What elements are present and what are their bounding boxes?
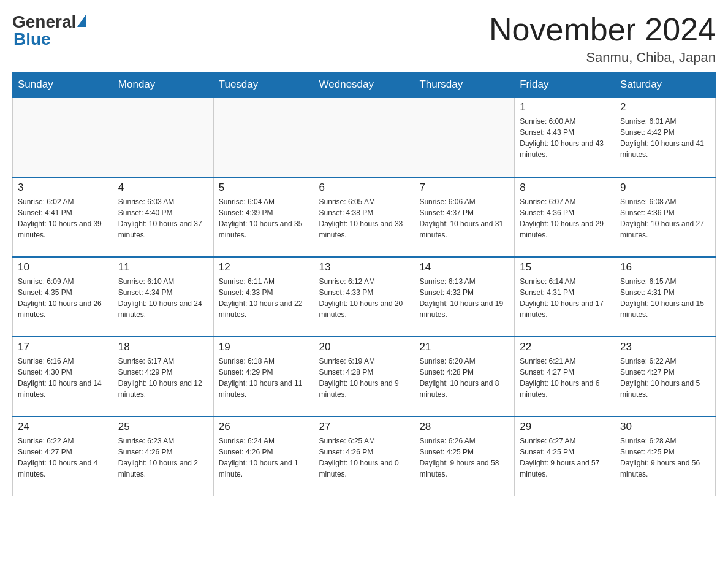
day-cell: 15Sunrise: 6:14 AMSunset: 4:31 PMDayligh…	[515, 257, 615, 337]
location: Sanmu, Chiba, Japan	[489, 50, 716, 66]
day-number: 27	[319, 421, 409, 433]
day-number: 4	[118, 182, 208, 194]
day-info: Sunrise: 6:09 AMSunset: 4:35 PMDaylight:…	[18, 276, 108, 320]
day-number: 25	[118, 421, 208, 433]
day-info: Sunrise: 6:17 AMSunset: 4:29 PMDaylight:…	[118, 356, 208, 400]
day-number: 19	[219, 341, 309, 353]
day-cell: 30Sunrise: 6:28 AMSunset: 4:25 PMDayligh…	[615, 416, 716, 496]
day-cell: 10Sunrise: 6:09 AMSunset: 4:35 PMDayligh…	[13, 257, 113, 337]
day-cell: 28Sunrise: 6:26 AMSunset: 4:25 PMDayligh…	[414, 416, 515, 496]
day-cell: 29Sunrise: 6:27 AMSunset: 4:25 PMDayligh…	[515, 416, 615, 496]
day-info: Sunrise: 6:24 AMSunset: 4:26 PMDaylight:…	[219, 435, 309, 480]
day-cell: 5Sunrise: 6:04 AMSunset: 4:39 PMDaylight…	[213, 177, 314, 257]
weekday-monday: Monday	[113, 72, 213, 98]
day-info: Sunrise: 6:05 AMSunset: 4:38 PMDaylight:…	[319, 196, 409, 240]
day-number: 10	[18, 261, 108, 274]
calendar-table: SundayMondayTuesdayWednesdayThursdayFrid…	[12, 72, 716, 496]
day-cell: 4Sunrise: 6:03 AMSunset: 4:40 PMDaylight…	[113, 177, 213, 257]
day-number: 18	[118, 341, 208, 353]
day-info: Sunrise: 6:22 AMSunset: 4:27 PMDaylight:…	[18, 435, 108, 480]
day-cell	[113, 98, 213, 177]
weekday-sunday: Sunday	[13, 72, 113, 98]
weekday-wednesday: Wednesday	[314, 72, 414, 98]
week-row-5: 24Sunrise: 6:22 AMSunset: 4:27 PMDayligh…	[13, 416, 716, 496]
day-cell: 22Sunrise: 6:21 AMSunset: 4:27 PMDayligh…	[515, 337, 615, 416]
weekday-saturday: Saturday	[615, 72, 716, 98]
day-info: Sunrise: 6:12 AMSunset: 4:33 PMDaylight:…	[319, 276, 409, 320]
day-cell: 3Sunrise: 6:02 AMSunset: 4:41 PMDaylight…	[13, 177, 113, 257]
day-cell: 27Sunrise: 6:25 AMSunset: 4:26 PMDayligh…	[314, 416, 414, 496]
day-number: 2	[620, 101, 710, 113]
day-info: Sunrise: 6:11 AMSunset: 4:33 PMDaylight:…	[219, 276, 309, 320]
day-info: Sunrise: 6:14 AMSunset: 4:31 PMDaylight:…	[520, 276, 610, 320]
title-section: November 2024 Sanmu, Chiba, Japan	[489, 12, 716, 66]
logo: General Blue	[12, 12, 87, 49]
day-info: Sunrise: 6:23 AMSunset: 4:26 PMDaylight:…	[118, 435, 208, 480]
day-info: Sunrise: 6:18 AMSunset: 4:29 PMDaylight:…	[219, 356, 309, 400]
month-title: November 2024	[489, 12, 716, 47]
weekday-tuesday: Tuesday	[213, 72, 314, 98]
day-cell: 20Sunrise: 6:19 AMSunset: 4:28 PMDayligh…	[314, 337, 414, 416]
day-info: Sunrise: 6:19 AMSunset: 4:28 PMDaylight:…	[319, 356, 409, 400]
day-cell: 25Sunrise: 6:23 AMSunset: 4:26 PMDayligh…	[113, 416, 213, 496]
day-cell: 2Sunrise: 6:01 AMSunset: 4:42 PMDaylight…	[615, 98, 716, 177]
day-number: 23	[620, 341, 710, 353]
weekday-header-row: SundayMondayTuesdayWednesdayThursdayFrid…	[13, 72, 716, 98]
week-row-4: 17Sunrise: 6:16 AMSunset: 4:30 PMDayligh…	[13, 337, 716, 416]
day-number: 9	[620, 182, 710, 194]
day-info: Sunrise: 6:07 AMSunset: 4:36 PMDaylight:…	[520, 196, 610, 240]
day-info: Sunrise: 6:27 AMSunset: 4:25 PMDaylight:…	[520, 435, 610, 480]
day-number: 20	[319, 341, 409, 353]
day-info: Sunrise: 6:25 AMSunset: 4:26 PMDaylight:…	[319, 435, 409, 480]
weekday-friday: Friday	[515, 72, 615, 98]
day-info: Sunrise: 6:00 AMSunset: 4:43 PMDaylight:…	[520, 116, 610, 160]
logo-triangle-icon	[77, 15, 86, 27]
day-cell	[414, 98, 515, 177]
day-cell: 11Sunrise: 6:10 AMSunset: 4:34 PMDayligh…	[113, 257, 213, 337]
day-number: 30	[620, 421, 710, 433]
day-number: 15	[520, 261, 610, 274]
day-number: 6	[319, 182, 409, 194]
week-row-1: 1Sunrise: 6:00 AMSunset: 4:43 PMDaylight…	[13, 98, 716, 177]
day-cell: 21Sunrise: 6:20 AMSunset: 4:28 PMDayligh…	[414, 337, 515, 416]
weekday-thursday: Thursday	[414, 72, 515, 98]
day-info: Sunrise: 6:28 AMSunset: 4:25 PMDaylight:…	[620, 435, 710, 480]
day-number: 5	[219, 182, 309, 194]
day-cell: 12Sunrise: 6:11 AMSunset: 4:33 PMDayligh…	[213, 257, 314, 337]
day-number: 17	[18, 341, 108, 353]
day-info: Sunrise: 6:22 AMSunset: 4:27 PMDaylight:…	[620, 356, 710, 400]
day-number: 29	[520, 421, 610, 433]
day-cell	[13, 98, 113, 177]
day-info: Sunrise: 6:01 AMSunset: 4:42 PMDaylight:…	[620, 116, 710, 160]
day-number: 13	[319, 261, 409, 274]
day-info: Sunrise: 6:10 AMSunset: 4:34 PMDaylight:…	[118, 276, 208, 320]
day-cell	[314, 98, 414, 177]
day-info: Sunrise: 6:21 AMSunset: 4:27 PMDaylight:…	[520, 356, 610, 400]
day-cell: 9Sunrise: 6:08 AMSunset: 4:36 PMDaylight…	[615, 177, 716, 257]
day-cell: 17Sunrise: 6:16 AMSunset: 4:30 PMDayligh…	[13, 337, 113, 416]
day-info: Sunrise: 6:20 AMSunset: 4:28 PMDaylight:…	[419, 356, 509, 400]
day-info: Sunrise: 6:15 AMSunset: 4:31 PMDaylight:…	[620, 276, 710, 320]
logo-blue: Blue	[13, 29, 51, 48]
day-cell	[213, 98, 314, 177]
day-number: 26	[219, 421, 309, 433]
day-info: Sunrise: 6:02 AMSunset: 4:41 PMDaylight:…	[18, 196, 108, 240]
day-info: Sunrise: 6:03 AMSunset: 4:40 PMDaylight:…	[118, 196, 208, 240]
day-cell: 24Sunrise: 6:22 AMSunset: 4:27 PMDayligh…	[13, 416, 113, 496]
day-number: 11	[118, 261, 208, 274]
day-number: 21	[419, 341, 509, 353]
day-cell: 13Sunrise: 6:12 AMSunset: 4:33 PMDayligh…	[314, 257, 414, 337]
day-cell: 6Sunrise: 6:05 AMSunset: 4:38 PMDaylight…	[314, 177, 414, 257]
day-number: 3	[18, 182, 108, 194]
day-number: 24	[18, 421, 108, 433]
week-row-2: 3Sunrise: 6:02 AMSunset: 4:41 PMDaylight…	[13, 177, 716, 257]
day-number: 1	[520, 101, 610, 113]
week-row-3: 10Sunrise: 6:09 AMSunset: 4:35 PMDayligh…	[13, 257, 716, 337]
day-number: 16	[620, 261, 710, 274]
day-info: Sunrise: 6:13 AMSunset: 4:32 PMDaylight:…	[419, 276, 509, 320]
day-info: Sunrise: 6:04 AMSunset: 4:39 PMDaylight:…	[219, 196, 309, 240]
day-number: 8	[520, 182, 610, 194]
page-header: General Blue November 2024 Sanmu, Chiba,…	[12, 12, 716, 66]
day-number: 14	[419, 261, 509, 274]
day-number: 12	[219, 261, 309, 274]
